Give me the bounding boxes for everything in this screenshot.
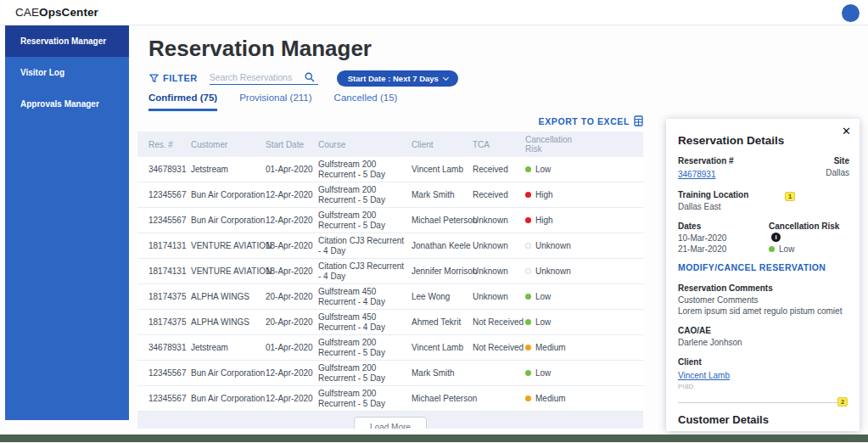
risk-dot-icon xyxy=(525,395,531,401)
sidebar-item[interactable]: Visitor Log xyxy=(5,57,129,88)
dates-block: Dates 10-Mar-2020 21-Mar-2020 xyxy=(678,222,726,255)
cell-tca: Unknown xyxy=(473,241,525,250)
cell-start-date: 12-Apr-2020 xyxy=(266,368,318,378)
funnel-icon xyxy=(149,74,159,83)
comments-line-2: Lorem ipsum sid amet regulo pistum comie… xyxy=(678,306,849,317)
cell-start-date: 12-Apr-2020 xyxy=(266,394,318,403)
cell-reservation-number: 34678931 xyxy=(148,343,191,352)
column-header: Cancellation Risk xyxy=(525,135,632,154)
table-row[interactable]: 12345567 Bun Air Corporation 12-Apr-2020… xyxy=(137,386,643,412)
training-location-label: Training Location xyxy=(678,190,849,199)
cell-reservation-number: 18174375 xyxy=(148,292,191,301)
sidebar-item[interactable]: Reservation Manager xyxy=(5,25,129,57)
reservations-table: Res. # Customer Start Date Course Client… xyxy=(137,132,643,429)
panel-title: Reservation Details xyxy=(678,134,849,147)
cell-tca: Received xyxy=(473,190,525,199)
tab[interactable]: Confirmed (75) xyxy=(148,93,217,111)
reservation-number-link[interactable]: 34678931 xyxy=(678,170,716,179)
cell-customer: Bun Air Corporation xyxy=(191,368,266,378)
cell-course: Gulfstream 200 Recurrent - 5 Day xyxy=(318,185,412,205)
risk-label: Unknown xyxy=(535,241,571,250)
cell-start-date: 01-Apr-2020 xyxy=(266,343,318,352)
training-location-block: Training Location Dallas East xyxy=(678,190,849,212)
cell-cancellation-risk: Low xyxy=(525,165,632,174)
user-avatar[interactable] xyxy=(842,4,860,22)
column-header: Start Date xyxy=(266,140,318,149)
cell-customer: Bun Air Corporation xyxy=(191,394,266,403)
risk-label: Low xyxy=(535,317,551,327)
info-icon[interactable] xyxy=(771,233,781,242)
load-more-button[interactable]: Load More xyxy=(354,417,427,429)
table-row[interactable]: 18174131 VENTURE AVIATION 18-Apr-2020 Ci… xyxy=(137,233,643,259)
close-icon[interactable] xyxy=(842,125,851,137)
cell-client: Vincent Lamb xyxy=(412,165,473,174)
table-body: 34678931 Jetstream 01-Apr-2020 Gulfstrea… xyxy=(137,157,643,412)
annotation-badge-2: 2 xyxy=(837,397,848,407)
table-row[interactable]: 34678931 Jetstream 01-Apr-2020 Gulfstrea… xyxy=(137,157,643,182)
sidebar-item[interactable]: Approvals Manager xyxy=(5,88,129,120)
start-date-filter-dropdown[interactable]: Start Date : Next 7 Days xyxy=(337,70,458,87)
client-code: PI8D xyxy=(678,383,849,390)
risk-dot-icon xyxy=(525,294,531,300)
date-from: 10-Mar-2020 xyxy=(678,233,726,244)
client-link[interactable]: Vincent Lamb xyxy=(678,371,730,380)
cell-course: Gulfstream 200 Recurrent - 5 Day xyxy=(318,338,412,357)
table-row[interactable]: 18174375 ALPHA WINGS 20-Apr-2020 Gulfstr… xyxy=(137,310,643,335)
risk-label: Low xyxy=(535,165,551,174)
cell-customer: VENTURE AVIATION xyxy=(191,241,266,250)
search-icon[interactable] xyxy=(305,72,315,82)
cell-reservation-number: 18174375 xyxy=(148,317,191,327)
table-row[interactable]: 34678931 Jetstream 01-Apr-2020 Gulfstrea… xyxy=(137,335,643,361)
client-block: Client Vincent Lamb PI8D xyxy=(678,357,849,390)
app-window: CAEOpsCenter Reservation Manager Visitor… xyxy=(0,0,868,443)
cell-reservation-number: 34678931 xyxy=(148,165,191,174)
column-header: Course xyxy=(318,140,412,149)
table-row[interactable]: 12345567 Bun Air Corporation 12-Apr-2020… xyxy=(137,182,643,208)
cell-tca: Not Received xyxy=(473,317,525,327)
risk-label: Medium xyxy=(535,343,566,352)
reservation-details-panel: Reservation Details Reservation # 346789… xyxy=(666,119,860,431)
brand-suffix: OpsCenter xyxy=(39,6,98,19)
cell-client: Jennifer Morrison xyxy=(412,266,473,276)
sidebar-item-label: Approvals Manager xyxy=(20,99,99,109)
cell-start-date: 01-Apr-2020 xyxy=(266,165,318,174)
table-row[interactable]: 12345567 Bun Air Corporation 12-Apr-2020… xyxy=(137,208,643,233)
cell-cancellation-risk: Unknown xyxy=(525,266,632,276)
filter-button[interactable]: FILTER xyxy=(149,73,198,83)
tab[interactable]: Provisional (211) xyxy=(239,93,311,111)
sidebar-item-label: Reservation Manager xyxy=(20,36,106,46)
tab[interactable]: Cancelled (15) xyxy=(334,93,398,111)
search-input[interactable] xyxy=(210,72,305,82)
cell-start-date: 20-Apr-2020 xyxy=(266,317,318,327)
status-tabs: Confirmed (75) Provisional (211) Cancell… xyxy=(148,93,397,111)
tab-label: Provisional (211) xyxy=(239,93,311,103)
reservation-number-block: Reservation # 34678931 xyxy=(678,156,734,181)
cell-cancellation-risk: Low xyxy=(525,292,632,301)
training-location-value: Dallas East xyxy=(678,201,849,212)
cell-cancellation-risk: Medium xyxy=(525,343,632,352)
cancellation-risk-label: Cancellation Risk xyxy=(769,222,849,242)
cell-course: Gulfstream 200 Recurrent - 5 Day xyxy=(318,160,412,179)
cell-course: Gulfstream 200 Recurrent - 5 Day xyxy=(318,389,412,408)
cell-reservation-number: 18174131 xyxy=(148,241,191,250)
column-header: Res. # xyxy=(148,140,191,149)
table-row[interactable]: 18174131 VENTURE AVIATION 18-Apr-2020 Ci… xyxy=(137,259,643,284)
footer-bar xyxy=(0,435,868,442)
risk-label: High xyxy=(535,190,553,199)
table-row[interactable]: 12345567 Bun Air Corporation 12-Apr-2020… xyxy=(137,361,643,386)
dates-label: Dates xyxy=(678,222,726,231)
sidebar-nav: Reservation Manager Visitor Log Approval… xyxy=(5,25,129,420)
chevron-down-icon xyxy=(443,74,449,80)
cell-customer: Jetstream xyxy=(191,343,266,352)
cell-start-date: 18-Apr-2020 xyxy=(266,266,318,276)
column-header: Customer xyxy=(191,140,266,149)
modify-cancel-reservation-link[interactable]: MODIFY/CANCEL RESERVATION xyxy=(678,262,849,272)
risk-dot-icon xyxy=(525,192,531,198)
table-row[interactable]: 18174375 ALPHA WINGS 20-Apr-2020 Gulfstr… xyxy=(137,284,643,310)
cell-start-date: 12-Apr-2020 xyxy=(266,190,318,199)
cell-reservation-number: 12345567 xyxy=(148,216,191,225)
export-to-excel-button[interactable]: EXPORT TO EXCEL xyxy=(539,115,643,126)
cell-course: Gulfstream 450 Recurrent - 4 Day xyxy=(318,287,412,306)
cell-client: Jonathan Keele xyxy=(412,241,473,250)
cell-tca: Unknown xyxy=(473,292,525,301)
